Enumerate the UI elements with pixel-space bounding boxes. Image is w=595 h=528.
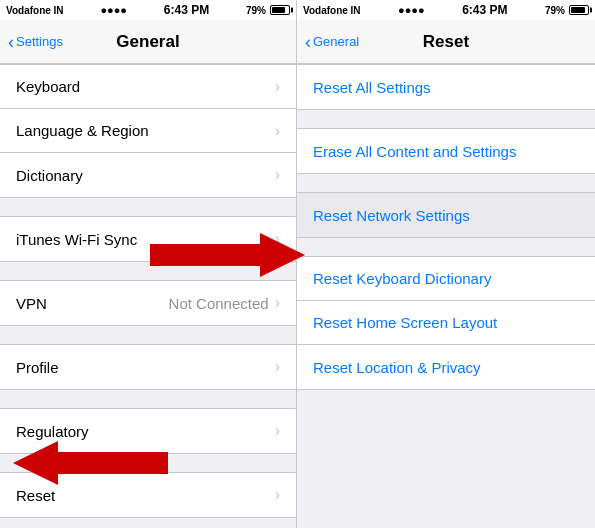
right-carrier: Vodafone IN xyxy=(303,5,361,16)
dictionary-chevron-icon: › xyxy=(275,166,280,184)
left-status-bar: Vodafone IN ●●●● 6:43 PM 79% xyxy=(0,0,296,20)
right-nav-bar: ‹ General Reset xyxy=(297,20,595,64)
right-nav-title: Reset xyxy=(423,32,469,52)
right-battery-pct: 79% xyxy=(545,5,565,16)
right-time: 6:43 PM xyxy=(462,3,507,17)
right-battery-area: 79% xyxy=(545,5,589,16)
erase-all-content-item[interactable]: Erase All Content and Settings xyxy=(297,129,595,173)
left-back-chevron-icon: ‹ xyxy=(8,33,14,51)
left-back-label: Settings xyxy=(16,34,63,49)
left-carrier: Vodafone IN xyxy=(6,5,64,16)
reset-all-settings-label: Reset All Settings xyxy=(313,79,431,96)
keyboard-label: Keyboard xyxy=(16,78,275,95)
vpn-chevron-icon: › xyxy=(275,294,280,312)
reset-keyboard-item[interactable]: Reset Keyboard Dictionary xyxy=(297,257,595,301)
reset-network-label: Reset Network Settings xyxy=(313,207,470,224)
left-battery-icon xyxy=(270,5,290,15)
dictionary-label: Dictionary xyxy=(16,167,275,184)
left-battery-area: 79% xyxy=(246,5,290,16)
left-group-3: VPN Not Connected › xyxy=(0,280,296,326)
right-sep-3 xyxy=(297,238,595,256)
itunes-wifi-label: iTunes Wi-Fi Sync xyxy=(16,231,275,248)
language-region-label: Language & Region xyxy=(16,122,275,139)
left-sep-1 xyxy=(0,198,296,216)
left-group-1: Keyboard › Language & Region › Dictionar… xyxy=(0,64,296,198)
left-sep-5 xyxy=(0,454,296,472)
left-sep-4 xyxy=(0,390,296,408)
left-group-2: iTunes Wi-Fi Sync › xyxy=(0,216,296,262)
reset-item[interactable]: Reset › xyxy=(0,473,296,517)
profile-item[interactable]: Profile › xyxy=(0,345,296,389)
right-status-bar: Vodafone IN ●●●● 6:43 PM 79% xyxy=(297,0,595,20)
vpn-value: Not Connected xyxy=(169,295,269,312)
reset-location-item[interactable]: Reset Location & Privacy xyxy=(297,345,595,389)
right-group-3: Reset Network Settings xyxy=(297,192,595,238)
regulatory-item[interactable]: Regulatory › xyxy=(0,409,296,453)
right-settings-list: Reset All Settings Erase All Content and… xyxy=(297,64,595,528)
language-region-item[interactable]: Language & Region › xyxy=(0,109,296,153)
reset-location-label: Reset Location & Privacy xyxy=(313,359,481,376)
reset-all-settings-item[interactable]: Reset All Settings xyxy=(297,65,595,109)
left-battery-pct: 79% xyxy=(246,5,266,16)
regulatory-chevron-icon: › xyxy=(275,422,280,440)
left-nav-title: General xyxy=(116,32,179,52)
right-group-4: Reset Keyboard Dictionary Reset Home Scr… xyxy=(297,256,595,390)
right-sep-2 xyxy=(297,174,595,192)
keyboard-chevron-icon: › xyxy=(275,78,280,96)
reset-home-screen-item[interactable]: Reset Home Screen Layout xyxy=(297,301,595,345)
left-back-button[interactable]: ‹ Settings xyxy=(8,33,63,51)
language-chevron-icon: › xyxy=(275,122,280,140)
right-panel: Vodafone IN ●●●● 6:43 PM 79% ‹ General R… xyxy=(297,0,595,528)
right-sep-1 xyxy=(297,110,595,128)
left-signal-icon: ●●●● xyxy=(100,4,127,16)
profile-chevron-icon: › xyxy=(275,358,280,376)
left-settings-list: Keyboard › Language & Region › Dictionar… xyxy=(0,64,296,528)
left-group-6: Reset › xyxy=(0,472,296,518)
reset-network-item[interactable]: Reset Network Settings xyxy=(297,193,595,237)
left-group-5: Regulatory › xyxy=(0,408,296,454)
left-time: 6:43 PM xyxy=(164,3,209,17)
regulatory-label: Regulatory xyxy=(16,423,275,440)
reset-label: Reset xyxy=(16,487,275,504)
left-group-4: Profile › xyxy=(0,344,296,390)
left-sep-2 xyxy=(0,262,296,280)
keyboard-item[interactable]: Keyboard › xyxy=(0,65,296,109)
left-sep-3 xyxy=(0,326,296,344)
right-group-1: Reset All Settings xyxy=(297,64,595,110)
itunes-chevron-icon: › xyxy=(275,230,280,248)
right-back-chevron-icon: ‹ xyxy=(305,33,311,51)
right-signal-icon: ●●●● xyxy=(398,4,425,16)
vpn-item[interactable]: VPN Not Connected › xyxy=(0,281,296,325)
right-back-label: General xyxy=(313,34,359,49)
erase-all-content-label: Erase All Content and Settings xyxy=(313,143,516,160)
profile-label: Profile xyxy=(16,359,275,376)
reset-chevron-icon: › xyxy=(275,486,280,504)
itunes-wifi-item[interactable]: iTunes Wi-Fi Sync › xyxy=(0,217,296,261)
left-nav-bar: ‹ Settings General xyxy=(0,20,296,64)
right-group-2: Erase All Content and Settings xyxy=(297,128,595,174)
dictionary-item[interactable]: Dictionary › xyxy=(0,153,296,197)
reset-home-screen-label: Reset Home Screen Layout xyxy=(313,314,497,331)
reset-keyboard-label: Reset Keyboard Dictionary xyxy=(313,270,491,287)
vpn-label: VPN xyxy=(16,295,169,312)
left-panel: Vodafone IN ●●●● 6:43 PM 79% ‹ Settings … xyxy=(0,0,297,528)
right-battery-icon xyxy=(569,5,589,15)
right-back-button[interactable]: ‹ General xyxy=(305,33,359,51)
panels-wrapper: Vodafone IN ●●●● 6:43 PM 79% ‹ Settings … xyxy=(0,0,595,528)
